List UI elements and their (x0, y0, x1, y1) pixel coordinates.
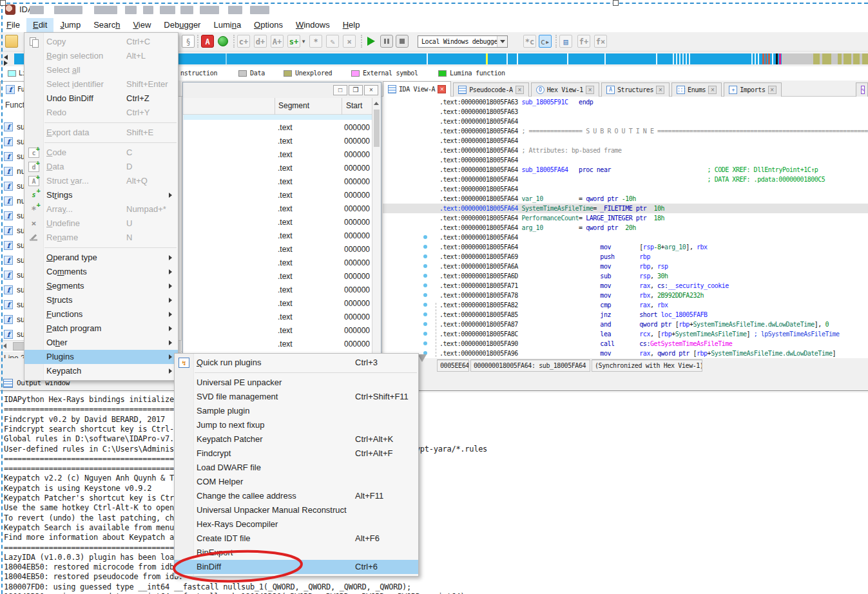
array-icon[interactable]: * (309, 35, 322, 48)
continue-process-icon[interactable]: c▸ (539, 35, 552, 48)
menu-item-jump-to-next-fixup[interactable]: Jump to next fixup (175, 418, 418, 432)
menu-item-patch-program[interactable]: Patch program (24, 321, 178, 336)
menu-item-keypatch[interactable]: Keypatch (24, 364, 178, 378)
column-divider[interactable] (342, 98, 342, 115)
disasm-line[interactable]: .text:000000018005FA71 mov rax, cs:__sec… (439, 281, 729, 291)
script-lock-icon[interactable]: § (182, 35, 195, 48)
close-icon[interactable]: × (364, 85, 378, 95)
menu-item-quick-run-plugins[interactable]: ↯Quick run pluginsCtrl+3 (175, 356, 418, 370)
chooser-row[interactable]: .text000000 (183, 123, 373, 137)
strings-dropdown-icon[interactable]: ▾ (300, 35, 307, 48)
undefine-icon[interactable]: × (343, 35, 356, 48)
disasm-line[interactable]: .text:000000018005FA64 (439, 233, 518, 242)
menubar-item-edit[interactable]: Edit (26, 18, 53, 32)
debugger-select-arrow-icon[interactable] (497, 36, 507, 47)
chooser-row[interactable]: .text000000 (183, 326, 373, 340)
disasm-line[interactable]: .text:000000018005FA64 ; Attributes: bp-… (439, 146, 622, 155)
problems-icon[interactable]: A (201, 35, 214, 48)
disasm-line[interactable]: .text:000000018005FA78 mov rbx, 2B992DDF… (439, 291, 704, 300)
make-data-icon[interactable]: d+ (254, 35, 267, 48)
attach-icon[interactable]: *c (523, 35, 536, 48)
navband-right-icon[interactable] (4, 61, 8, 66)
chooser-row[interactable]: .text000000 (183, 312, 373, 326)
start-debugger-icon[interactable] (365, 35, 378, 48)
menu-item-operand-type[interactable]: Operand type (24, 251, 178, 265)
disasm-line[interactable]: .text:000000018005FA64 (439, 117, 518, 126)
menu-item-load-dwarf-file[interactable]: Load DWARF file (175, 461, 418, 475)
menubar-item-lumina[interactable]: Lumina (207, 18, 247, 32)
menu-item-create-idt-file[interactable]: Create IDT fileAlt+F6 (175, 532, 418, 546)
menu-item-export-data[interactable]: Export dataShift+E (24, 126, 178, 140)
menu-item-struct-var[interactable]: A+Struct var...Alt+Q (24, 174, 178, 188)
tab-partial-exports[interactable]: ✎ (856, 82, 868, 97)
disasm-line[interactable]: .text:000000018005FA63 sub_18005F91C end… (439, 97, 593, 107)
create-function-icon[interactable]: f+ (577, 35, 590, 48)
ida-view-a[interactable]: .text:000000018005FA63 sub_18005F91C end… (383, 97, 868, 358)
disasm-line[interactable]: .text:000000018005FA64 mov [rsp-8+arg_10… (439, 242, 708, 252)
stop-debugger-icon[interactable] (396, 35, 409, 48)
menu-item-svd-file-management[interactable]: SVD file managementCtrl+Shift+F11 (175, 390, 418, 404)
menu-item-change-the-callee-address[interactable]: Change the callee addressAlt+F11 (175, 489, 418, 503)
menu-item-plugins[interactable]: Plugins (24, 350, 178, 364)
chooser-row[interactable]: .text000000 (183, 164, 373, 177)
menubar-item-file[interactable]: File (0, 18, 26, 32)
delete-function-icon[interactable]: f× (594, 35, 607, 48)
menu-item-findcrypt[interactable]: FindcryptCtrl+Alt+F (175, 446, 418, 461)
menubar-item-options[interactable]: Options (247, 18, 289, 32)
chooser-row[interactable]: .text000000 (183, 245, 373, 258)
menu-item-copy[interactable]: CopyCtrl+C (24, 35, 178, 49)
disasm-line[interactable]: .text:000000018005FA8C lea rcx, [rbp+Sys… (439, 329, 840, 339)
disasm-line[interactable]: .text:000000018005FA64 PerformanceCount=… (439, 213, 664, 223)
tab-pseudocode-a[interactable]: Pseudocode-A× (453, 82, 528, 97)
disasm-line[interactable]: .text:000000018005FA64 (439, 136, 518, 146)
scroll-down-icon[interactable] (418, 354, 427, 362)
disasm-line[interactable]: .text:000000018005FA64 (439, 155, 518, 165)
tab-imports[interactable]: +Imports× (724, 82, 781, 97)
scroll-up-icon[interactable] (374, 102, 379, 105)
menu-item-data[interactable]: d+DataD (24, 160, 178, 174)
disasm-line[interactable]: .text:000000018005FA64 ; DATA XREF: .pda… (439, 175, 825, 184)
column-divider[interactable] (275, 98, 275, 115)
scroll-left-icon[interactable] (3, 343, 6, 349)
chooser-row[interactable]: .text000000 (183, 272, 373, 285)
menu-item-code[interactable]: c+CodeC (24, 146, 178, 160)
tab-enums[interactable]: :::Enums× (671, 82, 722, 97)
close-tab-icon[interactable]: × (708, 86, 717, 94)
disasm-line[interactable]: .text:000000018005FA96 mov rax, qword pt… (439, 349, 836, 358)
close-tab-icon[interactable]: × (516, 86, 524, 94)
disasm-line[interactable]: .text:000000018005FA82 cmp rax, rbx (439, 300, 668, 310)
disasm-line[interactable]: .text:000000018005FA64 var_10 = qword pt… (439, 194, 636, 204)
disasm-line[interactable]: .text:000000018005FA87 and qword ptr [rb… (439, 320, 829, 329)
tab-hex-view-1[interactable]: OHex View-1× (531, 82, 599, 97)
run-indicator-icon[interactable] (218, 36, 228, 46)
rename-icon[interactable]: ✎ (326, 35, 339, 48)
close-tab-icon[interactable]: × (768, 86, 776, 94)
menu-item-sample-plugin[interactable]: Sample plugin (175, 404, 418, 418)
menubar-item-view[interactable]: View (126, 18, 157, 32)
chooser-row[interactable]: .text000000 (183, 258, 373, 272)
menu-item-segments[interactable]: Segments (24, 279, 178, 293)
chooser-row[interactable]: .text000000 (183, 340, 373, 353)
close-tab-icon[interactable]: × (656, 86, 664, 94)
menu-item-redo[interactable]: RedoCtrl+Y (24, 106, 178, 120)
chooser-row[interactable]: .text000000 (183, 285, 373, 299)
menubar-item-search[interactable]: Search (87, 18, 126, 32)
menu-item-select-all[interactable]: Select all (24, 63, 178, 77)
menu-item-rename[interactable]: RenameN (24, 231, 178, 245)
disasm-line[interactable]: .text:000000018005FA64 ; ===============… (439, 126, 868, 136)
tab-ida-view-a[interactable]: IDA View-A× (383, 81, 451, 97)
menu-item-comments[interactable]: Comments (24, 265, 178, 279)
struct-var-icon[interactable]: A+ (271, 35, 284, 48)
menu-item-hex-rays-decompiler[interactable]: Hex-Rays Decompiler (175, 517, 418, 532)
close-tab-icon[interactable]: × (438, 85, 446, 93)
menu-item-select-identifier[interactable]: Select identifierShift+Enter (24, 77, 178, 91)
make-code-icon[interactable]: c+ (237, 35, 250, 48)
open-file-icon[interactable] (5, 35, 18, 48)
disasm-line[interactable]: .text:000000018005FA64 sub_18005FA64 pro… (439, 165, 818, 175)
menu-item-undo-bindiff[interactable]: Undo BinDiffCtrl+Z (24, 91, 178, 106)
menu-item-universal-pe-unpacker[interactable]: Universal PE unpacker (175, 376, 418, 390)
output-window[interactable]: IDAPython Hex-Rays bindings initialized.… (0, 390, 868, 594)
chooser-vscrollbar[interactable] (372, 98, 381, 367)
menubar-item-help[interactable]: Help (336, 18, 367, 32)
menu-item-array[interactable]: *+Array...Numpad+* (24, 202, 178, 216)
